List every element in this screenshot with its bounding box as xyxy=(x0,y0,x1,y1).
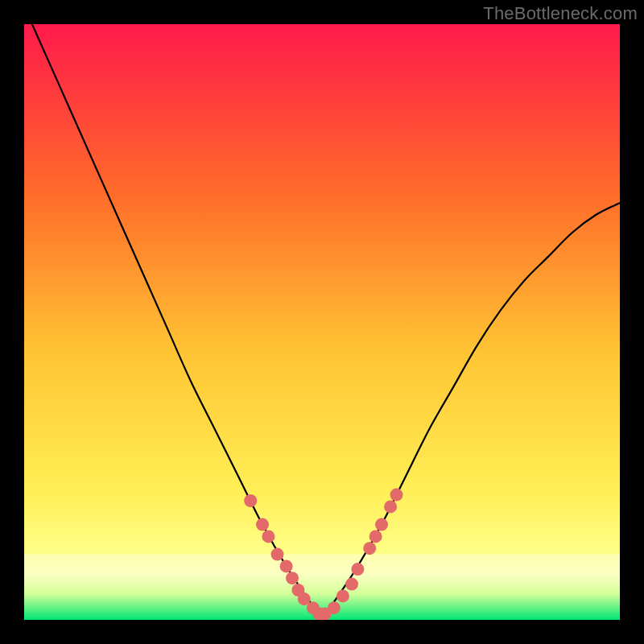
highlight-point xyxy=(286,572,299,584)
highlight-point xyxy=(390,489,403,502)
highlight-point xyxy=(328,601,341,614)
highlight-point xyxy=(345,578,358,591)
highlight-point xyxy=(369,530,382,543)
highlight-point xyxy=(363,542,376,555)
highlight-point xyxy=(384,500,397,513)
highlight-point xyxy=(256,518,269,531)
plot-area xyxy=(24,24,620,620)
highlight-point xyxy=(336,589,349,602)
chart-svg xyxy=(24,24,620,620)
highlight-point xyxy=(244,494,257,507)
highlight-point xyxy=(262,530,275,543)
highlight-point xyxy=(271,548,284,561)
highlight-point xyxy=(280,559,293,572)
highlight-point xyxy=(351,563,364,576)
chart-frame: TheBottleneck.com xyxy=(0,0,644,644)
highlight-point xyxy=(375,518,388,531)
watermark-text: TheBottleneck.com xyxy=(483,3,638,24)
gradient-background xyxy=(24,24,620,620)
